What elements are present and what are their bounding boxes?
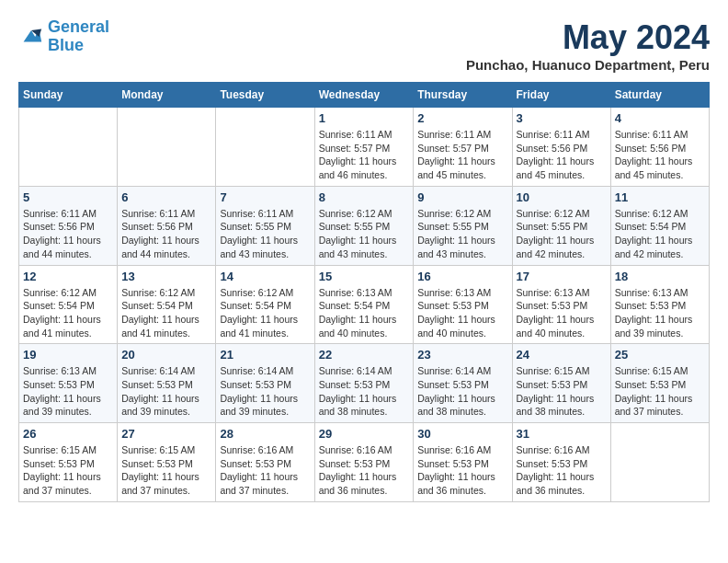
calendar-cell: 26Sunrise: 6:15 AM Sunset: 5:53 PM Dayli… (19, 423, 118, 502)
day-number: 18 (615, 270, 705, 283)
calendar-cell: 19Sunrise: 6:13 AM Sunset: 5:53 PM Dayli… (19, 344, 118, 423)
calendar-week-3: 12Sunrise: 6:12 AM Sunset: 5:54 PM Dayli… (19, 265, 710, 344)
calendar-cell: 18Sunrise: 6:13 AM Sunset: 5:53 PM Dayli… (610, 265, 709, 344)
day-number: 6 (121, 190, 211, 204)
day-number: 8 (319, 190, 410, 204)
header-saturday: Saturday (610, 83, 709, 108)
calendar-table: SundayMondayTuesdayWednesdayThursdayFrid… (18, 82, 710, 502)
day-info: Sunrise: 6:11 AM Sunset: 5:55 PM Dayligh… (220, 207, 310, 261)
calendar-cell: 16Sunrise: 6:13 AM Sunset: 5:53 PM Dayli… (414, 265, 512, 344)
calendar-cell: 24Sunrise: 6:15 AM Sunset: 5:53 PM Dayli… (512, 344, 610, 423)
day-number: 2 (417, 111, 507, 125)
title-block: May 2024 Punchao, Huanuco Department, Pe… (466, 18, 710, 73)
day-info: Sunrise: 6:11 AM Sunset: 5:56 PM Dayligh… (615, 128, 705, 182)
day-info: Sunrise: 6:11 AM Sunset: 5:57 PM Dayligh… (417, 128, 507, 182)
calendar-cell: 21Sunrise: 6:14 AM Sunset: 5:53 PM Dayli… (216, 344, 314, 423)
header-wednesday: Wednesday (314, 83, 414, 108)
calendar-cell: 27Sunrise: 6:15 AM Sunset: 5:53 PM Dayli… (118, 423, 216, 502)
day-info: Sunrise: 6:11 AM Sunset: 5:56 PM Dayligh… (121, 207, 211, 261)
day-number: 29 (319, 427, 410, 441)
calendar-header-row: SundayMondayTuesdayWednesdayThursdayFrid… (19, 83, 710, 108)
day-number: 28 (220, 427, 310, 441)
calendar-cell: 15Sunrise: 6:13 AM Sunset: 5:54 PM Dayli… (314, 265, 414, 344)
day-number: 13 (121, 270, 211, 283)
day-info: Sunrise: 6:14 AM Sunset: 5:53 PM Dayligh… (417, 364, 507, 419)
calendar-week-1: 1Sunrise: 6:11 AM Sunset: 5:57 PM Daylig… (19, 108, 710, 187)
day-number: 20 (121, 348, 211, 362)
page-header: General Blue May 2024 Punchao, Huanuco D… (18, 18, 710, 73)
header-friday: Friday (512, 83, 610, 108)
day-info: Sunrise: 6:15 AM Sunset: 5:53 PM Dayligh… (23, 443, 113, 498)
day-info: Sunrise: 6:12 AM Sunset: 5:54 PM Dayligh… (220, 286, 310, 340)
day-number: 7 (220, 190, 310, 204)
calendar-cell: 17Sunrise: 6:13 AM Sunset: 5:53 PM Dayli… (512, 265, 610, 344)
header-sunday: Sunday (19, 83, 118, 108)
day-number: 19 (23, 348, 113, 362)
day-number: 10 (517, 190, 607, 204)
logo-icon (18, 24, 44, 50)
day-info: Sunrise: 6:13 AM Sunset: 5:53 PM Dayligh… (615, 286, 705, 340)
day-info: Sunrise: 6:16 AM Sunset: 5:53 PM Dayligh… (417, 443, 507, 498)
calendar-cell: 22Sunrise: 6:14 AM Sunset: 5:53 PM Dayli… (314, 344, 414, 423)
calendar-cell: 30Sunrise: 6:16 AM Sunset: 5:53 PM Dayli… (414, 423, 512, 502)
calendar-cell: 7Sunrise: 6:11 AM Sunset: 5:55 PM Daylig… (216, 186, 314, 265)
day-info: Sunrise: 6:14 AM Sunset: 5:53 PM Dayligh… (319, 364, 410, 419)
day-info: Sunrise: 6:15 AM Sunset: 5:53 PM Dayligh… (517, 364, 607, 419)
calendar-cell (216, 108, 314, 187)
calendar-cell: 6Sunrise: 6:11 AM Sunset: 5:56 PM Daylig… (118, 186, 216, 265)
calendar-cell: 4Sunrise: 6:11 AM Sunset: 5:56 PM Daylig… (610, 108, 709, 187)
day-info: Sunrise: 6:13 AM Sunset: 5:53 PM Dayligh… (417, 286, 507, 340)
day-number: 15 (319, 270, 410, 283)
day-number: 31 (517, 427, 607, 441)
day-info: Sunrise: 6:12 AM Sunset: 5:54 PM Dayligh… (23, 286, 113, 340)
calendar-cell: 13Sunrise: 6:12 AM Sunset: 5:54 PM Dayli… (118, 265, 216, 344)
day-info: Sunrise: 6:11 AM Sunset: 5:56 PM Dayligh… (23, 207, 113, 261)
calendar-cell: 23Sunrise: 6:14 AM Sunset: 5:53 PM Dayli… (414, 344, 512, 423)
day-info: Sunrise: 6:13 AM Sunset: 5:54 PM Dayligh… (319, 286, 410, 340)
day-number: 11 (615, 190, 705, 204)
day-number: 24 (517, 348, 607, 362)
calendar-cell: 31Sunrise: 6:16 AM Sunset: 5:53 PM Dayli… (512, 423, 610, 502)
header-monday: Monday (118, 83, 216, 108)
calendar-cell (19, 108, 118, 187)
day-number: 22 (319, 348, 410, 362)
calendar-cell: 20Sunrise: 6:14 AM Sunset: 5:53 PM Dayli… (118, 344, 216, 423)
day-info: Sunrise: 6:12 AM Sunset: 5:55 PM Dayligh… (319, 207, 410, 261)
day-number: 21 (220, 348, 310, 362)
calendar-cell: 2Sunrise: 6:11 AM Sunset: 5:57 PM Daylig… (414, 108, 512, 187)
day-number: 1 (319, 111, 410, 125)
day-number: 26 (23, 427, 113, 441)
day-number: 17 (517, 270, 607, 283)
day-info: Sunrise: 6:13 AM Sunset: 5:53 PM Dayligh… (23, 364, 113, 419)
calendar-cell (610, 423, 709, 502)
day-info: Sunrise: 6:12 AM Sunset: 5:54 PM Dayligh… (615, 207, 705, 261)
header-tuesday: Tuesday (216, 83, 314, 108)
day-info: Sunrise: 6:14 AM Sunset: 5:53 PM Dayligh… (220, 364, 310, 419)
location-subtitle: Punchao, Huanuco Department, Peru (466, 57, 710, 73)
calendar-cell: 9Sunrise: 6:12 AM Sunset: 5:55 PM Daylig… (414, 186, 512, 265)
logo: General Blue (18, 18, 109, 55)
calendar-cell: 1Sunrise: 6:11 AM Sunset: 5:57 PM Daylig… (314, 108, 414, 187)
day-info: Sunrise: 6:11 AM Sunset: 5:57 PM Dayligh… (319, 128, 410, 182)
month-title: May 2024 (466, 18, 710, 57)
day-number: 27 (121, 427, 211, 441)
calendar-cell (118, 108, 216, 187)
calendar-cell: 12Sunrise: 6:12 AM Sunset: 5:54 PM Dayli… (19, 265, 118, 344)
day-number: 5 (23, 190, 113, 204)
day-number: 3 (517, 111, 607, 125)
calendar-cell: 29Sunrise: 6:16 AM Sunset: 5:53 PM Dayli… (314, 423, 414, 502)
day-info: Sunrise: 6:16 AM Sunset: 5:53 PM Dayligh… (319, 443, 410, 498)
day-info: Sunrise: 6:12 AM Sunset: 5:55 PM Dayligh… (517, 207, 607, 261)
calendar-week-4: 19Sunrise: 6:13 AM Sunset: 5:53 PM Dayli… (19, 344, 710, 423)
calendar-cell: 10Sunrise: 6:12 AM Sunset: 5:55 PM Dayli… (512, 186, 610, 265)
day-info: Sunrise: 6:15 AM Sunset: 5:53 PM Dayligh… (121, 443, 211, 498)
calendar-week-2: 5Sunrise: 6:11 AM Sunset: 5:56 PM Daylig… (19, 186, 710, 265)
logo-blue: Blue (48, 36, 84, 54)
calendar-cell: 8Sunrise: 6:12 AM Sunset: 5:55 PM Daylig… (314, 186, 414, 265)
calendar-cell: 3Sunrise: 6:11 AM Sunset: 5:56 PM Daylig… (512, 108, 610, 187)
header-thursday: Thursday (414, 83, 512, 108)
day-info: Sunrise: 6:15 AM Sunset: 5:53 PM Dayligh… (615, 364, 705, 419)
day-info: Sunrise: 6:13 AM Sunset: 5:53 PM Dayligh… (517, 286, 607, 340)
day-number: 30 (417, 427, 507, 441)
day-info: Sunrise: 6:12 AM Sunset: 5:55 PM Dayligh… (417, 207, 507, 261)
